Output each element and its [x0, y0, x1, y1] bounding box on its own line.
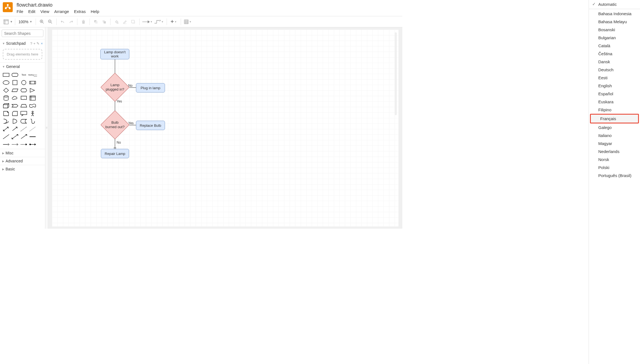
shape-dotted-line[interactable] [29, 126, 36, 132]
shape-curve[interactable] [2, 118, 10, 125]
scratchpad-header[interactable]: ▼ Scratchpad ? + ✎ × [0, 39, 45, 47]
edge-label-yes: Yes [128, 121, 134, 125]
caret-right-icon: ▶ [2, 168, 4, 171]
svg-rect-18 [30, 81, 36, 84]
shape-cloud[interactable] [11, 95, 19, 101]
shape-diamond[interactable] [2, 87, 10, 94]
canvas-area[interactable]: Lamp doesn't work Lampplugged in? No Plu… [48, 27, 402, 229]
redo-button[interactable] [67, 18, 75, 26]
shape-circle[interactable] [20, 79, 28, 86]
shape-tape[interactable] [29, 102, 36, 109]
scratchpad-help-icon[interactable]: ? [30, 41, 32, 46]
shape-s-curve[interactable] [29, 118, 36, 125]
svg-point-17 [22, 80, 26, 85]
connection-button[interactable]: ▼ [142, 18, 153, 26]
document-title[interactable]: flowchart.drawio [17, 2, 99, 9]
scratchpad-edit-icon[interactable]: ✎ [36, 41, 40, 46]
shape-ellipse[interactable] [2, 79, 10, 86]
zoom-out-button[interactable] [46, 18, 54, 26]
shape-arrow[interactable] [11, 126, 19, 132]
shape-cylinder[interactable] [2, 95, 10, 101]
shape-rounded-rect[interactable] [11, 72, 19, 78]
shape-dir-arrow[interactable] [20, 133, 28, 140]
shape-bidir-arrow[interactable] [2, 126, 10, 132]
svg-rect-16 [13, 80, 17, 85]
to-back-button[interactable] [100, 18, 108, 26]
scratchpad-dropzone[interactable]: Drag elements here [3, 49, 42, 60]
flowchart-decision-plugged[interactable]: Lampplugged in? [105, 77, 125, 97]
menu-view[interactable]: View [40, 9, 49, 14]
flowchart-decision-bulb[interactable]: Bulbburned out? [105, 115, 125, 135]
undo-button[interactable] [59, 18, 67, 26]
shape-actor[interactable] [29, 110, 36, 117]
section-advanced[interactable]: ▶ Advanced [0, 157, 45, 165]
svg-rect-9 [104, 21, 106, 23]
section-general[interactable]: ▼ General [0, 62, 45, 70]
line-color-button[interactable] [121, 18, 129, 26]
shape-link-solid[interactable] [29, 133, 36, 140]
shape-internal-storage[interactable] [29, 95, 36, 101]
caret-right-icon: ▶ [2, 152, 4, 155]
canvas-scrollbar[interactable] [395, 32, 397, 115]
menu-arrange[interactable]: Arrange [54, 9, 69, 14]
section-basic[interactable]: ▶ Basic [0, 165, 45, 173]
shape-step[interactable] [11, 102, 19, 109]
svg-rect-14 [12, 73, 18, 77]
waypoint-button[interactable]: ▼ [153, 18, 164, 26]
flowchart-action-replace[interactable]: Replace Bulb [136, 121, 165, 130]
menu-extras[interactable]: Extras [74, 9, 86, 14]
flowchart-action-plugin[interactable]: Plug in lamp [136, 83, 165, 93]
shapes-sidebar: ▼ Scratchpad ? + ✎ × Drag elements here … [0, 27, 45, 229]
scratchpad-close-icon[interactable]: × [41, 41, 43, 46]
shadow-button[interactable] [129, 18, 137, 26]
svg-rect-13 [3, 73, 9, 77]
shape-dashed-line[interactable] [20, 126, 28, 132]
shape-link-arrow1[interactable] [2, 141, 10, 148]
shape-data-storage[interactable] [20, 118, 28, 125]
shape-square[interactable] [11, 79, 19, 86]
shape-rectangle[interactable] [2, 72, 10, 78]
shape-text[interactable]: Text [20, 72, 28, 78]
shape-document[interactable] [20, 95, 28, 101]
shape-process[interactable] [29, 79, 36, 86]
flowchart-start-node[interactable]: Lamp doesn't work [100, 49, 129, 59]
shape-triangle[interactable] [29, 87, 36, 94]
zoom-dropdown[interactable]: 100%▼ [17, 20, 33, 24]
caret-down-icon: ▼ [2, 65, 5, 68]
shape-line[interactable] [2, 133, 10, 140]
view-mode-button[interactable] [2, 18, 10, 26]
sidebar-splitter[interactable]: ⠿ [45, 27, 48, 229]
caret-down-icon: ▼ [2, 42, 5, 45]
shape-and[interactable] [11, 118, 19, 125]
scratchpad-add-icon[interactable]: + [33, 41, 36, 46]
zoom-in-button[interactable] [38, 18, 46, 26]
svg-rect-3 [4, 20, 8, 24]
drawing-canvas[interactable]: Lamp doesn't work Lampplugged in? No Plu… [52, 30, 398, 226]
svg-point-22 [32, 111, 33, 113]
shape-hexagon[interactable] [20, 87, 28, 94]
fill-color-button[interactable] [113, 18, 120, 26]
shape-bidir-line-arrow[interactable] [11, 133, 19, 140]
shape-link-arrow2[interactable] [11, 141, 19, 148]
shape-card[interactable] [11, 110, 19, 117]
shape-note[interactable] [2, 110, 10, 117]
shape-callout[interactable] [20, 110, 28, 117]
flowchart-end-node[interactable]: Repair Lamp [101, 149, 129, 158]
delete-button[interactable] [80, 18, 87, 26]
menu-file[interactable]: File [17, 9, 23, 14]
menu-help[interactable]: Help [91, 9, 99, 14]
shape-trapezoid[interactable] [20, 102, 28, 109]
edge-label-no: No [128, 84, 132, 88]
menu-edit[interactable]: Edit [28, 9, 35, 14]
section-misc[interactable]: ▶ Misc [0, 149, 45, 157]
shape-link-arrow4[interactable] [29, 141, 36, 148]
search-shapes-input[interactable] [2, 30, 43, 37]
shapes-palette: Text Heading━━━━━━━━ [0, 70, 45, 149]
shape-link-arrow3[interactable] [20, 141, 28, 148]
shape-parallelogram[interactable] [11, 87, 19, 94]
shape-cube[interactable] [2, 102, 10, 109]
table-button[interactable]: ▼ [183, 18, 193, 26]
insert-button[interactable]: +▼ [169, 18, 179, 26]
shape-textbox[interactable]: Heading━━━━━━━━ [29, 72, 36, 78]
to-front-button[interactable] [92, 18, 100, 26]
